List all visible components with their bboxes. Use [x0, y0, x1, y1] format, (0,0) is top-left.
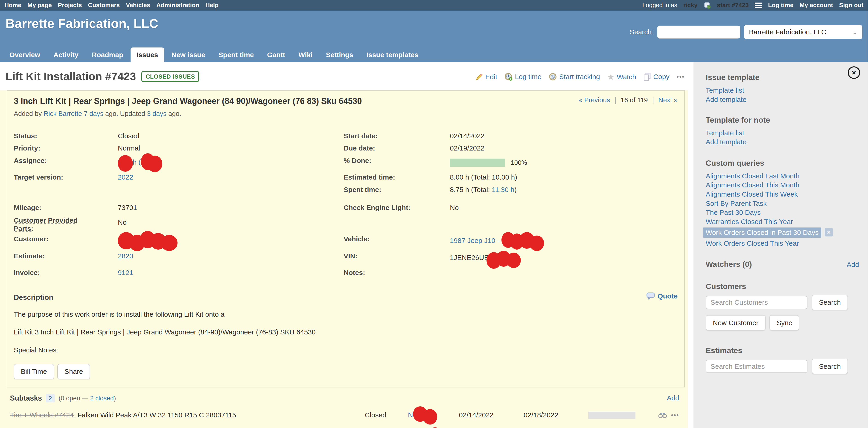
tab-new-issue[interactable]: New issue [165, 48, 211, 62]
tab-wiki[interactable]: Wiki [292, 48, 319, 62]
menu-home[interactable]: Home [4, 2, 21, 9]
subtask-id-link[interactable]: Tire + Wheels #7424 [10, 411, 74, 419]
search-input[interactable] [657, 26, 740, 39]
tab-settings[interactable]: Settings [320, 48, 359, 62]
issue-template-heading: Issue template [706, 73, 859, 82]
add-template-link[interactable]: Add template [706, 95, 859, 104]
project-select[interactable]: Barrette Fabrication, LLC ⌄ [744, 25, 863, 39]
tab-activity[interactable]: Activity [48, 48, 85, 62]
custom-query-link[interactable]: Alignments Closed This Week [706, 190, 859, 199]
search-customers-input[interactable] [706, 296, 807, 309]
subtask-assignee-link[interactable]: N [408, 411, 413, 418]
search-customers-button[interactable]: Search [812, 295, 848, 310]
custom-query-link[interactable]: Warranties Closed This Year [706, 217, 859, 226]
copy-button[interactable]: Copy [643, 73, 669, 81]
template-list-link[interactable]: Template list [706, 86, 859, 95]
note-add-template-link[interactable]: Add template [706, 137, 859, 147]
tab-roadmap[interactable]: Roadmap [86, 48, 129, 62]
tab-overview[interactable]: Overview [3, 48, 46, 62]
subtasks-count-badge: 2 [46, 394, 55, 402]
issue-pagination: « Previous | 16 of 119 | Next » [579, 96, 678, 104]
close-icon[interactable]: × [848, 66, 860, 79]
watch-button[interactable]: ★Watch [607, 72, 636, 82]
log-time-button[interactable]: Log time [504, 73, 541, 81]
target-version-label: Target version: [14, 171, 118, 183]
note-template-list-link[interactable]: Template list [706, 129, 859, 138]
unlink-icon[interactable] [658, 411, 667, 419]
redaction-blob [161, 235, 178, 251]
bill-time-button[interactable]: Bill Time [14, 364, 54, 379]
vehicle-link[interactable]: 1987 Jeep J10 - [450, 237, 500, 244]
subtasks-summary: (0 open — 2 closed) [59, 395, 116, 402]
subtask-status: Closed [365, 411, 408, 419]
project-tabs: Overview Activity Roadmap Issues New iss… [3, 48, 424, 62]
customer-value-redacted [118, 233, 344, 250]
description-section: Quote Description [14, 293, 678, 302]
custom-query-link[interactable]: Alignments Closed This Month [706, 180, 859, 190]
tab-issues[interactable]: Issues [130, 48, 164, 62]
log-time-link[interactable]: Log time [768, 2, 794, 8]
remove-query-icon[interactable]: × [825, 228, 833, 236]
author-link[interactable]: Rick Barrette [44, 110, 82, 117]
due-date-value: 02/19/2022 [450, 142, 678, 154]
subtask-more-icon[interactable]: ••• [671, 411, 679, 419]
username: ricky [683, 2, 698, 9]
list-icon[interactable] [755, 2, 762, 8]
start-tracking-button[interactable]: Start tracking [549, 73, 600, 81]
edit-button[interactable]: Edit [475, 73, 497, 81]
invoice-link[interactable]: 9121 [118, 269, 133, 276]
menu-vehicles[interactable]: Vehicles [126, 2, 150, 9]
tracker-start-link[interactable]: start #7423 [717, 2, 749, 9]
custom-query-link-selected[interactable]: Work Orders Closed in Past 30 Days× [706, 227, 859, 238]
custom-query-link[interactable]: The Past 30 Days [706, 208, 859, 217]
menu-customers[interactable]: Customers [88, 2, 120, 9]
issue-content-area: « Previous | 16 of 119 | Next » 3 Inch L… [0, 90, 688, 428]
updated-ago-link[interactable]: 3 days [147, 110, 166, 117]
more-actions-icon[interactable]: ••• [677, 73, 685, 80]
estimate-label: Estimate: [14, 250, 118, 266]
new-customer-button[interactable]: New Customer [706, 315, 766, 331]
menu-help[interactable]: Help [205, 2, 218, 9]
customer-search-row: Search [706, 295, 859, 310]
template-for-note-heading: Template for note [706, 116, 859, 124]
sync-button[interactable]: Sync [770, 315, 799, 331]
clock-icon [549, 73, 557, 81]
target-version-link[interactable]: 2022 [118, 173, 133, 181]
next-link[interactable]: Next » [658, 96, 678, 104]
redaction-blob [147, 155, 162, 172]
check-engine-label: Check Engine Light: [343, 201, 450, 214]
search-estimates-input[interactable] [706, 360, 807, 373]
add-watcher-link[interactable]: Add [847, 261, 859, 268]
issue-subject: 3 Inch Lift Kit | Rear Springs | Jeep Gr… [14, 95, 678, 106]
menu-projects[interactable]: Projects [58, 2, 82, 9]
menu-administration[interactable]: Administration [156, 2, 199, 9]
assignee-link[interactable]: h ( [133, 158, 141, 166]
quote-link[interactable]: Quote [647, 292, 678, 300]
custom-query-link[interactable]: Sort By Parent Task [706, 199, 859, 208]
my-account-link[interactable]: My account [800, 2, 833, 8]
tab-spent-time[interactable]: Spent time [212, 48, 260, 62]
previous-link[interactable]: « Previous [579, 96, 610, 104]
issue-actions: Edit Log time Start tracking ★Watch Copy… [475, 72, 685, 82]
estimate-link[interactable]: 2820 [118, 252, 133, 260]
search-estimates-button[interactable]: Search [812, 359, 848, 374]
description-buttons: Bill Time Share [14, 364, 678, 379]
closed-subtasks-link[interactable]: 2 closed [90, 395, 114, 402]
spent-time-link[interactable]: 11.30 h [492, 186, 514, 193]
tab-issue-templates[interactable]: Issue templates [360, 48, 424, 62]
app-header: Barrette Fabrication, LLC Search: Barret… [0, 10, 868, 62]
added-ago-link[interactable]: 7 days [84, 110, 103, 117]
custom-query-link[interactable]: Work Orders Closed This Year [706, 239, 859, 248]
top-menu: Home My page Projects Customers Vehicles… [4, 2, 218, 9]
main-layout: Lift Kit Installation #7423CLOSED ISSUES… [0, 62, 868, 428]
menu-my-page[interactable]: My page [27, 2, 52, 9]
add-subtask-link[interactable]: Add [667, 394, 679, 402]
start-date-label: Start date: [343, 130, 450, 142]
progress-bar [450, 159, 505, 167]
tab-gantt[interactable]: Gantt [261, 48, 291, 62]
share-button[interactable]: Share [57, 364, 90, 379]
clock-plus-icon[interactable] [704, 2, 711, 9]
custom-queries-list: Alignments Closed Last Month Alignments … [706, 171, 859, 248]
custom-query-link[interactable]: Alignments Closed Last Month [706, 171, 859, 181]
sign-out-link[interactable]: Sign out [839, 2, 864, 8]
